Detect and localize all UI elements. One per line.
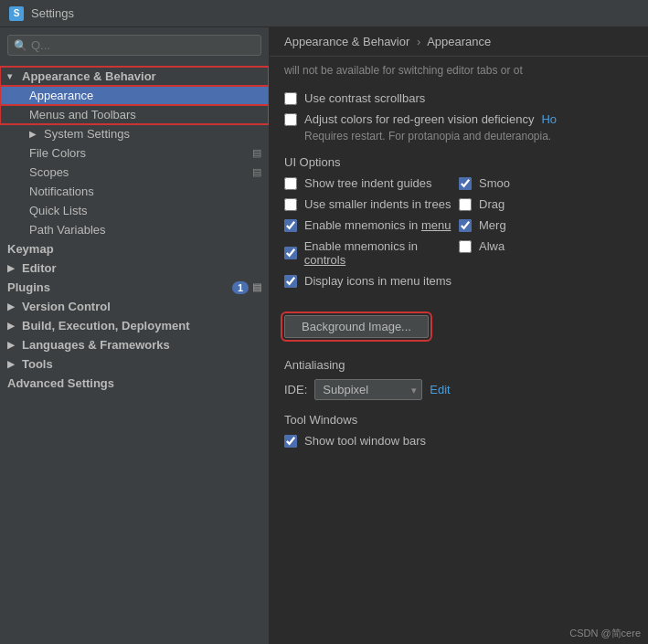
external-icon: ▤ <box>252 147 261 159</box>
sidebar-item-label: Build, Execution, Deployment <box>22 319 189 333</box>
antialiasing-section: Antialiasing IDE: Subpixel Default Greys… <box>284 358 633 400</box>
sidebar-item-label: Scopes <box>29 165 69 179</box>
expand-arrow-icon: ▶ <box>29 129 40 139</box>
ui-options-right-col: Smoo Drag Merg Alwa <box>459 176 633 295</box>
smooth-label: Smoo <box>479 176 510 190</box>
mnemonics-controls-checkbox[interactable] <box>284 247 297 259</box>
expand-arrow-icon: ▶ <box>7 359 18 369</box>
expand-arrow-icon: ▾ <box>7 71 18 81</box>
red-green-help-link[interactable]: Ho <box>541 112 557 126</box>
sidebar-item-label: System Settings <box>44 127 130 141</box>
mnemonics-menu-label: Enable mnemonics in menu <box>304 218 451 232</box>
ui-options-left-col: Show tree indent guides Use smaller inde… <box>284 176 459 295</box>
show-tool-window-bars-row: Show tool window bars <box>284 434 633 448</box>
expand-arrow-icon: ▶ <box>7 340 18 350</box>
background-image-section: Background Image... <box>284 304 633 345</box>
merge-row: Merg <box>459 218 633 232</box>
sidebar-item-build-execution[interactable]: ▶ Build, Execution, Deployment <box>0 316 269 335</box>
background-image-button[interactable]: Background Image... <box>284 315 429 338</box>
edit-link[interactable]: Edit <box>430 383 450 396</box>
info-text: will not be available for switching edit… <box>284 64 633 80</box>
sidebar-item-version-control[interactable]: ▶ Version Control <box>0 297 269 316</box>
sidebar: 🔍 ▾ Appearance & Behavior Appearance Men… <box>0 27 270 644</box>
show-tool-window-bars-checkbox[interactable] <box>284 435 297 448</box>
sidebar-item-label: Languages & Frameworks <box>22 338 170 352</box>
search-box[interactable]: 🔍 <box>7 35 261 56</box>
merge-checkbox[interactable] <box>459 219 472 232</box>
sidebar-item-appearance[interactable]: Appearance <box>0 86 269 105</box>
sidebar-item-label: Advanced Settings <box>7 376 114 390</box>
smooth-checkbox[interactable] <box>459 177 472 190</box>
tool-windows-title: Tool Windows <box>284 413 633 427</box>
ide-select[interactable]: Subpixel Default Greyscale No antialiasi… <box>314 379 422 400</box>
smaller-indents-checkbox[interactable] <box>284 198 297 211</box>
search-icon: 🔍 <box>14 39 27 52</box>
hint-text: Requires restart. For protanopia and deu… <box>304 130 633 143</box>
smaller-indents-row: Use smaller indents in trees <box>284 197 459 211</box>
title-bar: S Settings <box>0 0 648 27</box>
sidebar-tree: ▾ Appearance & Behavior Appearance Menus… <box>0 63 269 644</box>
sidebar-item-menus-toolbars[interactable]: Menus and Toolbars <box>0 105 269 124</box>
sidebar-item-scopes[interactable]: Scopes ▤ <box>0 163 269 182</box>
always-checkbox[interactable] <box>459 240 472 253</box>
mnemonics-menu-checkbox[interactable] <box>284 219 297 232</box>
external-icon: ▤ <box>252 166 261 178</box>
breadcrumb-separator: › <box>417 35 420 48</box>
tree-indent-label: Show tree indent guides <box>304 176 431 190</box>
sidebar-item-label: Menus and Toolbars <box>29 108 136 121</box>
drag-checkbox[interactable] <box>459 198 472 211</box>
sidebar-item-system-settings[interactable]: ▶ System Settings <box>0 124 269 143</box>
sidebar-item-advanced-settings[interactable]: Advanced Settings <box>0 374 269 393</box>
ui-options-title: UI Options <box>284 155 633 169</box>
sidebar-item-plugins[interactable]: Plugins 1 ▤ <box>0 278 269 297</box>
breadcrumb-part1: Appearance & Behavior <box>284 35 409 48</box>
sidebar-item-label: Version Control <box>22 300 111 313</box>
content-body: will not be available for switching edit… <box>270 57 648 462</box>
sidebar-item-keymap[interactable]: Keymap <box>0 239 269 259</box>
always-row: Alwa <box>459 239 633 253</box>
sidebar-item-label: Keymap <box>7 242 54 256</box>
expand-arrow-icon: ▶ <box>7 263 18 273</box>
sidebar-item-tools[interactable]: ▶ Tools <box>0 354 269 374</box>
sidebar-item-label: Appearance <box>29 89 93 102</box>
red-green-checkbox[interactable] <box>284 113 297 126</box>
always-label: Alwa <box>479 239 505 253</box>
app-icon: S <box>9 6 24 21</box>
watermark: CSDN @简cere <box>569 627 641 640</box>
tool-windows-section: Tool Windows Show tool window bars <box>284 413 633 448</box>
contrast-scrollbars-row: Use contrast scrollbars <box>284 91 633 105</box>
plugins-badge: 1 <box>232 281 249 294</box>
contrast-scrollbars-checkbox[interactable] <box>284 92 297 105</box>
display-icons-checkbox[interactable] <box>284 275 297 288</box>
antialiasing-row: IDE: Subpixel Default Greyscale No antia… <box>284 379 633 400</box>
display-icons-row: Display icons in menu items <box>284 274 459 288</box>
tree-indent-checkbox[interactable] <box>284 177 297 190</box>
sidebar-item-path-variables[interactable]: Path Variables <box>0 220 269 239</box>
mnemonics-menu-row: Enable mnemonics in menu <box>284 218 459 232</box>
display-icons-label: Display icons in menu items <box>304 274 451 288</box>
antialiasing-title: Antialiasing <box>284 358 633 372</box>
red-green-label: Adjust colors for red-green vision defic… <box>304 112 534 126</box>
ide-label: IDE: <box>284 383 307 396</box>
ide-select-wrapper: Subpixel Default Greyscale No antialiasi… <box>314 379 422 400</box>
window-title: Settings <box>31 6 74 20</box>
sidebar-item-file-colors[interactable]: File Colors ▤ <box>0 143 269 163</box>
sidebar-item-appearance-behavior[interactable]: ▾ Appearance & Behavior <box>0 67 269 86</box>
smaller-indents-label: Use smaller indents in trees <box>304 197 451 211</box>
drag-label: Drag <box>479 197 505 211</box>
show-tool-window-bars-label: Show tool window bars <box>304 434 426 448</box>
sidebar-item-notifications[interactable]: Notifications <box>0 182 269 201</box>
sidebar-item-label: Plugins <box>7 280 50 294</box>
sidebar-item-languages-frameworks[interactable]: ▶ Languages & Frameworks <box>0 335 269 354</box>
sidebar-item-editor[interactable]: ▶ Editor <box>0 259 269 278</box>
sidebar-item-label: Editor <box>22 261 57 275</box>
breadcrumb-part2: Appearance <box>427 35 491 48</box>
smooth-row: Smoo <box>459 176 633 190</box>
breadcrumb: Appearance & Behavior › Appearance <box>270 27 648 57</box>
sidebar-item-label: Quick Lists <box>29 204 88 217</box>
search-input[interactable] <box>31 38 255 52</box>
content-panel: Appearance & Behavior › Appearance will … <box>270 27 648 644</box>
sidebar-item-quick-lists[interactable]: Quick Lists <box>0 201 269 220</box>
sidebar-item-label: File Colors <box>29 146 86 160</box>
red-green-row: Adjust colors for red-green vision defic… <box>284 112 633 126</box>
